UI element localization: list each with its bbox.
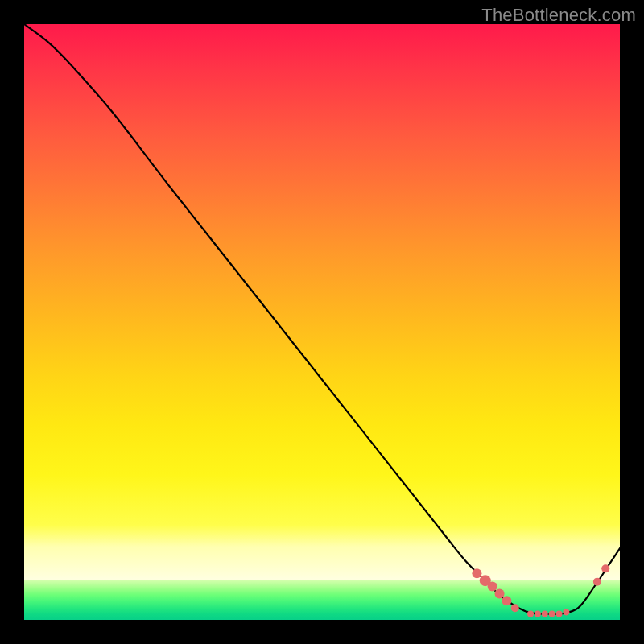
marker-dot	[535, 611, 541, 617]
marker-dots	[472, 564, 609, 617]
marker-dot	[542, 611, 548, 617]
marker-dot	[601, 564, 609, 572]
marker-dot	[556, 611, 563, 617]
marker-dot	[502, 596, 511, 605]
marker-dot	[511, 604, 519, 612]
marker-dot	[549, 611, 555, 617]
bottleneck-curve-line	[24, 24, 620, 614]
marker-dot	[472, 568, 481, 578]
marker-dot	[563, 609, 569, 615]
plot-area	[24, 24, 620, 620]
chart-frame: TheBottleneck.com	[0, 0, 644, 644]
watermark-label: TheBottleneck.com	[481, 5, 636, 26]
marker-dot	[593, 578, 601, 586]
marker-dot	[495, 588, 505, 598]
bottleneck-curve-svg	[24, 24, 620, 620]
marker-dot	[527, 611, 534, 617]
marker-dot	[488, 582, 497, 592]
